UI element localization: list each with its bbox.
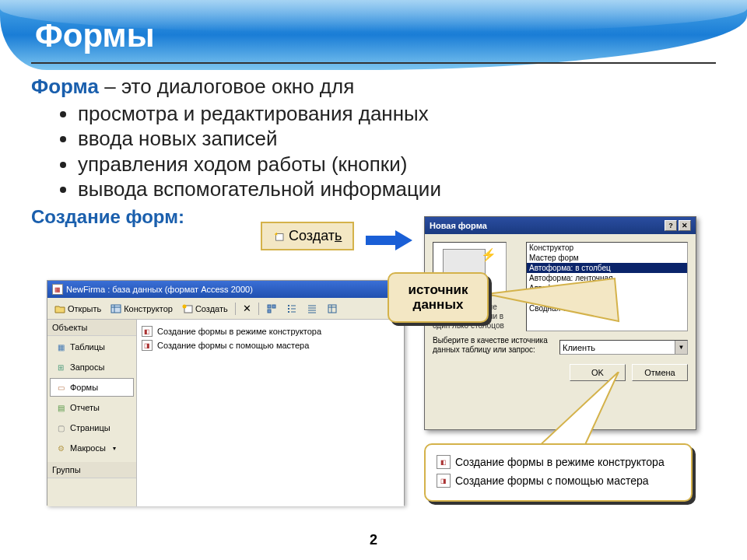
svg-point-6 bbox=[182, 304, 186, 308]
sidebar-header-objects[interactable]: Объекты bbox=[47, 320, 136, 336]
svg-rect-2 bbox=[111, 305, 121, 313]
design-button[interactable]: Конструктор bbox=[107, 302, 177, 316]
list-item[interactable]: Конструктор bbox=[527, 243, 687, 253]
content-item-design[interactable]: ◧ Создание формы в режиме конструктора bbox=[142, 324, 399, 338]
definition-rest: – это диалоговое окно для bbox=[99, 75, 354, 98]
combo-dropdown-button[interactable]: ▼ bbox=[675, 341, 687, 354]
definition-term: Форма bbox=[31, 75, 99, 98]
page-icon: ▢ bbox=[55, 422, 66, 433]
nf-titlebar: Новая форма ? ✕ bbox=[425, 217, 696, 234]
definition-item: просмотра и редактирования данных bbox=[78, 101, 716, 127]
database-window: ▦ NewFirma : база данных (формат Access … bbox=[47, 280, 405, 506]
callout2-tail bbox=[537, 372, 630, 453]
delete-button[interactable]: ✕ bbox=[239, 300, 255, 317]
db-content-pane: ◧ Создание формы в режиме конструктора ◨… bbox=[137, 320, 404, 506]
delete-icon: ✕ bbox=[243, 303, 251, 314]
svg-rect-10 bbox=[288, 305, 289, 306]
open-icon bbox=[54, 304, 65, 313]
subheading-create: Создание форм: bbox=[31, 206, 184, 228]
page-number: 2 bbox=[0, 532, 747, 548]
callout-data-source: источник данных bbox=[388, 272, 489, 323]
svg-rect-9 bbox=[268, 310, 271, 313]
view-small-button[interactable] bbox=[282, 302, 301, 316]
callout-item-wizard: ◨ Создание формы с помощью мастера bbox=[437, 471, 680, 490]
content-item-wizard[interactable]: ◨ Создание формы с помощью мастера bbox=[142, 338, 399, 352]
svg-rect-8 bbox=[272, 305, 275, 308]
db-toolbar: Открыть Конструктор Создать ✕ bbox=[47, 298, 404, 320]
help-icon: ? bbox=[668, 222, 673, 229]
page-title: Формы bbox=[35, 17, 155, 54]
db-sidebar: Объекты ▦Таблицы ⊞Запросы ▭Формы ▤Отчеты… bbox=[47, 320, 137, 506]
help-button[interactable]: ? bbox=[665, 220, 677, 231]
sidebar-item-macros[interactable]: ⚙Макросы▾ bbox=[50, 439, 134, 457]
nf-source-combo[interactable]: ▼ bbox=[559, 340, 688, 355]
sidebar-item-tables[interactable]: ▦Таблицы bbox=[50, 338, 134, 356]
svg-marker-24 bbox=[537, 372, 619, 448]
form-wizard-icon: ◨ bbox=[142, 340, 153, 351]
svg-marker-23 bbox=[486, 278, 619, 321]
close-icon: ✕ bbox=[682, 222, 688, 229]
new-object-icon bbox=[273, 232, 284, 241]
close-button[interactable]: ✕ bbox=[679, 220, 691, 231]
macro-icon: ⚙ bbox=[55, 443, 66, 453]
svg-rect-11 bbox=[288, 308, 289, 310]
definition-list: просмотра и редактирования данных ввода … bbox=[78, 101, 716, 202]
query-icon: ⊞ bbox=[55, 362, 66, 373]
sidebar-item-pages[interactable]: ▢Страницы bbox=[50, 418, 134, 437]
design-icon bbox=[110, 304, 121, 313]
small-icons-icon bbox=[286, 304, 297, 313]
form-wizard-icon: ◨ bbox=[437, 474, 451, 488]
create-button-highlight[interactable]: Создать bbox=[261, 222, 354, 250]
sidebar-item-forms[interactable]: ▭Формы bbox=[50, 378, 134, 397]
design-wizard-icon: ◧ bbox=[142, 326, 153, 337]
svg-marker-1 bbox=[366, 230, 412, 250]
design-wizard-icon: ◧ bbox=[437, 455, 451, 469]
create-button[interactable]: Создать bbox=[178, 302, 232, 316]
db-app-icon: ▦ bbox=[52, 284, 63, 295]
definition-item: вывода вспомогательной информации bbox=[78, 177, 716, 202]
open-button[interactable]: Открыть bbox=[51, 302, 105, 316]
svg-rect-20 bbox=[328, 305, 336, 313]
definition-block: Форма – это диалоговое окно для просмотр… bbox=[31, 74, 716, 202]
cancel-button[interactable]: Отмена bbox=[632, 364, 688, 381]
callout1-tail bbox=[486, 271, 626, 328]
form-icon: ▭ bbox=[55, 382, 66, 393]
svg-rect-12 bbox=[288, 311, 289, 313]
nf-source-input[interactable] bbox=[560, 341, 675, 354]
sidebar-item-reports[interactable]: ▤Отчеты bbox=[50, 398, 134, 417]
arrow-icon bbox=[366, 230, 412, 250]
sidebar-header-groups[interactable]: Группы bbox=[47, 462, 136, 478]
details-icon bbox=[327, 304, 338, 313]
sidebar-item-queries[interactable]: ⊞Запросы bbox=[50, 358, 134, 376]
db-title-text: NewFirma : база данных (формат Access 20… bbox=[66, 285, 253, 294]
new-icon bbox=[182, 304, 193, 313]
list-item[interactable]: Мастер форм bbox=[527, 253, 687, 263]
callout-options: ◧ Создание формы в режиме конструктора ◨… bbox=[424, 443, 693, 502]
view-large-button[interactable] bbox=[262, 302, 281, 316]
header-rule bbox=[31, 62, 716, 64]
svg-rect-0 bbox=[276, 233, 283, 240]
chevron-down-icon: ▼ bbox=[679, 344, 685, 351]
db-titlebar: ▦ NewFirma : база данных (формат Access … bbox=[47, 281, 404, 298]
callout-item-design: ◧ Создание формы в режиме конструктора bbox=[437, 453, 680, 471]
svg-rect-7 bbox=[268, 305, 271, 308]
definition-item: ввода новых записей bbox=[78, 126, 716, 152]
view-details-button[interactable] bbox=[323, 302, 342, 316]
lightning-icon: ⚡ bbox=[481, 247, 496, 262]
report-icon: ▤ bbox=[55, 402, 66, 413]
definition-item: управления ходом работы (кнопки) bbox=[78, 152, 716, 177]
nf-combo-label: Выберите в качестве источника данных таб… bbox=[433, 336, 553, 355]
large-icons-icon bbox=[266, 304, 277, 313]
list-icon bbox=[307, 304, 317, 313]
view-list-button[interactable] bbox=[303, 302, 321, 316]
create-button-text: Создать bbox=[289, 228, 342, 244]
nf-title-text: Новая форма bbox=[430, 221, 487, 230]
table-icon: ▦ bbox=[55, 341, 66, 352]
